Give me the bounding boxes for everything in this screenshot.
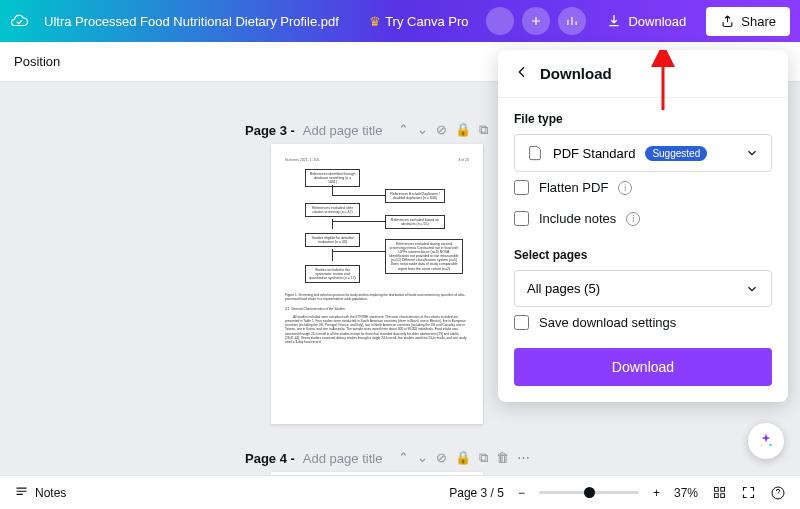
- page-3-thumbnail[interactable]: Nutrients 2021, 1, 1053 of 26 References…: [271, 144, 483, 424]
- info-icon[interactable]: i: [626, 212, 640, 226]
- try-canva-pro-button[interactable]: ♛Try Canva Pro: [359, 8, 478, 35]
- position-button[interactable]: Position: [14, 54, 60, 69]
- document-title[interactable]: Ultra Processed Food Nutritional Dietary…: [44, 14, 339, 29]
- delete-icon[interactable]: 🗑: [496, 450, 509, 466]
- include-notes-checkbox[interactable]: [514, 211, 529, 226]
- crown-icon: ♛: [369, 14, 381, 29]
- move-down-icon[interactable]: ⌄: [417, 450, 428, 466]
- hide-icon[interactable]: ⊘: [436, 122, 447, 138]
- file-type-select[interactable]: PDF Standard Suggested: [514, 134, 772, 172]
- duplicate-icon[interactable]: ⧉: [479, 450, 488, 466]
- download-button[interactable]: Download: [594, 6, 698, 36]
- svg-rect-5: [715, 494, 719, 498]
- magic-fab[interactable]: [748, 423, 784, 459]
- flowchart: References identified through database s…: [285, 169, 469, 289]
- duplicate-icon[interactable]: ⧉: [479, 122, 488, 138]
- bottom-bar: Notes Page 3 / 5 − + 37%: [0, 475, 800, 509]
- svg-point-1: [769, 444, 771, 446]
- file-type-label: File type: [514, 112, 772, 126]
- zoom-slider[interactable]: [539, 491, 639, 494]
- select-pages-dropdown[interactable]: All pages (5): [514, 270, 772, 307]
- hide-icon[interactable]: ⊘: [436, 450, 447, 466]
- select-pages-label: Select pages: [514, 248, 772, 262]
- pdf-icon: [527, 145, 543, 161]
- move-up-icon[interactable]: ⌃: [398, 122, 409, 138]
- zoom-out-icon[interactable]: −: [518, 486, 525, 500]
- fullscreen-icon[interactable]: [741, 485, 756, 500]
- flatten-pdf-checkbox[interactable]: [514, 180, 529, 195]
- lock-icon[interactable]: 🔒: [455, 122, 471, 138]
- chevron-down-icon: [745, 146, 759, 160]
- svg-rect-4: [721, 488, 725, 492]
- page-3-header: Page 3 - Add page title ⌃ ⌄ ⊘ 🔒 ⧉: [245, 122, 488, 138]
- page-4-title-input[interactable]: Add page title: [303, 451, 383, 466]
- lock-icon[interactable]: 🔒: [455, 450, 471, 466]
- info-icon[interactable]: i: [618, 181, 632, 195]
- more-icon[interactable]: ⋯: [517, 450, 530, 466]
- zoom-in-icon[interactable]: +: [653, 486, 660, 500]
- download-popover: Download File type PDF Standard Suggeste…: [498, 50, 788, 402]
- svg-point-2: [761, 445, 763, 447]
- zoom-value[interactable]: 37%: [674, 486, 698, 500]
- page-title-input[interactable]: Add page title: [303, 123, 383, 138]
- chevron-down-icon: [745, 282, 759, 296]
- suggested-badge: Suggested: [645, 146, 707, 161]
- cloud-save-icon[interactable]: [10, 12, 28, 30]
- move-down-icon[interactable]: ⌄: [417, 122, 428, 138]
- grid-view-icon[interactable]: [712, 485, 727, 500]
- download-confirm-button[interactable]: Download: [514, 348, 772, 386]
- help-icon[interactable]: [770, 485, 786, 501]
- popover-title: Download: [540, 65, 612, 82]
- svg-rect-3: [715, 488, 719, 492]
- share-button[interactable]: Share: [706, 7, 790, 36]
- top-bar: Ultra Processed Food Nutritional Dietary…: [0, 0, 800, 42]
- page-4-header: Page 4 - Add page title ⌃ ⌄ ⊘ 🔒 ⧉ 🗑 ⋯: [245, 450, 530, 466]
- svg-rect-6: [721, 494, 725, 498]
- user-avatar[interactable]: [486, 7, 514, 35]
- save-settings-checkbox[interactable]: [514, 315, 529, 330]
- add-button[interactable]: [522, 7, 550, 35]
- notes-button[interactable]: Notes: [14, 485, 66, 500]
- analytics-icon[interactable]: [558, 7, 586, 35]
- move-up-icon[interactable]: ⌃: [398, 450, 409, 466]
- back-icon[interactable]: [514, 64, 530, 83]
- page-indicator[interactable]: Page 3 / 5: [449, 486, 504, 500]
